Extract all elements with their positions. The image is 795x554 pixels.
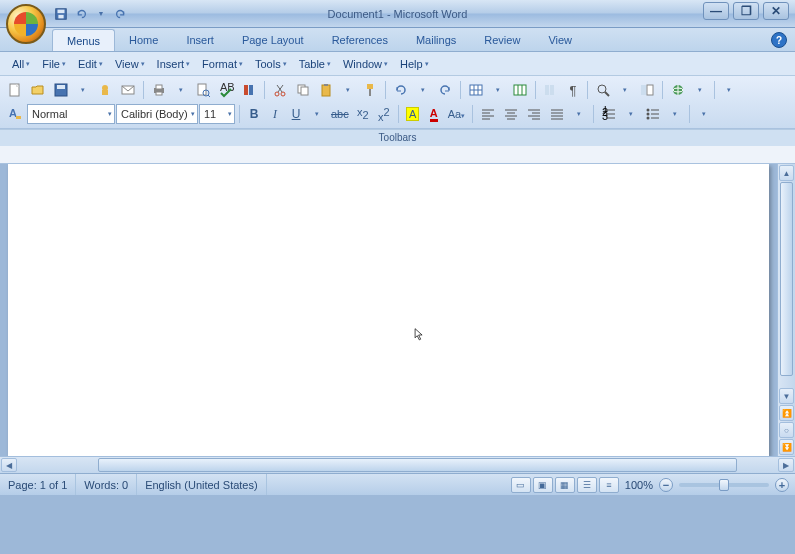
menu-all[interactable]: All▾ [6,55,36,73]
insert-table-button[interactable] [465,80,487,100]
scroll-up-button[interactable]: ▲ [779,165,794,181]
font-combo[interactable]: Calibri (Body)▾ [116,104,198,124]
minimize-button[interactable]: — [703,2,729,20]
justify-dropdown[interactable]: ▾ [569,104,589,124]
tab-mailings[interactable]: Mailings [402,29,470,51]
open-button[interactable] [27,80,49,100]
menu-file[interactable]: File▾ [36,55,72,73]
menu-window[interactable]: Window▾ [337,55,394,73]
zoom-in-button[interactable]: + [775,478,789,492]
prev-page-button[interactable]: ⏫ [779,405,794,421]
style-picker-icon[interactable]: A [4,104,26,124]
browse-object-button[interactable]: ○ [779,422,794,438]
bullets-button[interactable] [642,104,664,124]
menu-help[interactable]: Help▾ [394,55,435,73]
undo-button[interactable] [390,80,412,100]
align-left-button[interactable] [477,104,499,124]
numbering-button[interactable]: 123 [598,104,620,124]
qat-redo-button[interactable] [112,5,130,23]
insert-sheet-button[interactable] [509,80,531,100]
qat-save-button[interactable] [52,5,70,23]
print-dropdown[interactable]: ▾ [171,80,191,100]
spelling-button[interactable]: ABC [215,80,237,100]
vertical-scrollbar[interactable]: ▲ ▼ ⏫ ○ ⏬ [777,164,795,456]
tab-review[interactable]: Review [470,29,534,51]
hyperlink-dropdown[interactable]: ▾ [690,80,710,100]
subscript-button[interactable]: x2 [353,104,373,124]
tab-references[interactable]: References [318,29,402,51]
zoom-dropdown[interactable]: ▾ [615,80,635,100]
cut-button[interactable] [269,80,291,100]
office-button[interactable] [6,4,46,44]
zoom-slider-thumb[interactable] [719,479,729,491]
status-page[interactable]: Page: 1 of 1 [0,474,76,495]
new-button[interactable] [4,80,26,100]
bullets-dropdown[interactable]: ▾ [665,104,685,124]
scroll-right-button[interactable]: ▶ [778,458,794,472]
zoom-value[interactable]: 100% [625,479,653,491]
show-marks-button[interactable]: ¶ [563,80,583,100]
permission-button[interactable] [94,80,116,100]
columns-button[interactable] [540,80,562,100]
save-button[interactable] [50,80,72,100]
next-page-button[interactable]: ⏬ [779,439,794,455]
research-button[interactable] [238,80,260,100]
tab-insert[interactable]: Insert [172,29,228,51]
strikethrough-button[interactable]: abc [328,104,352,124]
document-page[interactable] [8,164,769,456]
print-preview-button[interactable] [192,80,214,100]
align-right-button[interactable] [523,104,545,124]
print-button[interactable] [148,80,170,100]
web-layout-view-button[interactable]: ▦ [555,477,575,493]
font-size-combo[interactable]: 11▾ [199,104,235,124]
hyperlink-button[interactable] [667,80,689,100]
help-button[interactable]: ? [771,32,787,48]
close-button[interactable]: ✕ [763,2,789,20]
tab-view[interactable]: View [534,29,586,51]
format-painter-button[interactable] [359,80,381,100]
italic-button[interactable]: I [265,104,285,124]
doc-map-button[interactable] [636,80,658,100]
copy-button[interactable] [292,80,314,100]
tab-page-layout[interactable]: Page Layout [228,29,318,51]
full-screen-view-button[interactable]: ▣ [533,477,553,493]
font-color-button[interactable]: A [424,104,444,124]
highlight-button[interactable]: A [403,104,423,124]
toolbar-options[interactable]: ▾ [719,80,739,100]
menu-format[interactable]: Format▾ [196,55,249,73]
paste-dropdown[interactable]: ▾ [338,80,358,100]
justify-button[interactable] [546,104,568,124]
menu-tools[interactable]: Tools▾ [249,55,293,73]
redo-button[interactable] [434,80,456,100]
status-language[interactable]: English (United States) [137,474,267,495]
zoom-slider[interactable] [679,483,769,487]
hscroll-track[interactable] [18,458,777,472]
numbering-dropdown[interactable]: ▾ [621,104,641,124]
menu-view[interactable]: View▾ [109,55,151,73]
draft-view-button[interactable]: ≡ [599,477,619,493]
paste-button[interactable] [315,80,337,100]
save-dropdown[interactable]: ▾ [73,80,93,100]
menu-table[interactable]: Table▾ [293,55,337,73]
zoom-out-button[interactable]: − [659,478,673,492]
qat-dropdown[interactable]: ▼ [92,5,110,23]
horizontal-ruler[interactable] [0,146,795,164]
change-case-button[interactable]: Aa▾ [445,104,468,124]
toolbar-options-2[interactable]: ▾ [694,104,714,124]
vscroll-thumb[interactable] [780,182,793,376]
print-layout-view-button[interactable]: ▭ [511,477,531,493]
align-center-button[interactable] [500,104,522,124]
table-dropdown[interactable]: ▾ [488,80,508,100]
style-combo[interactable]: Normal▾ [27,104,115,124]
scroll-down-button[interactable]: ▼ [779,388,794,404]
maximize-button[interactable]: ❐ [733,2,759,20]
qat-undo-button[interactable] [72,5,90,23]
hscroll-thumb[interactable] [98,458,737,472]
underline-button[interactable]: U [286,104,306,124]
email-button[interactable] [117,80,139,100]
status-words[interactable]: Words: 0 [76,474,137,495]
zoom-button[interactable] [592,80,614,100]
menu-insert[interactable]: Insert▾ [151,55,197,73]
bold-button[interactable]: B [244,104,264,124]
menu-edit[interactable]: Edit▾ [72,55,109,73]
